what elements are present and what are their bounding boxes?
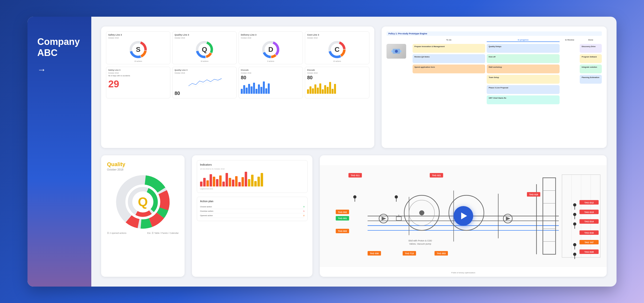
kanban-card: Policy 1: Pre-study Prototype Engine To … — [382, 26, 607, 148]
donut-q-letter: Q — [202, 46, 207, 54]
action-closed: Closed action 3 — [200, 204, 304, 209]
dashboard-card: Safety Line 3 October 2018 S — [101, 26, 374, 148]
kanban-ip-2: Kick off — [487, 54, 560, 63]
kanban-policy-col — [386, 44, 411, 59]
svg-text:TAG Y47: TAG Y47 — [584, 241, 594, 244]
kanban-todo-1: Prepare Innovation & Management — [412, 44, 486, 53]
kanban-image-engine — [386, 44, 406, 59]
chart-safety-desc: Nb of days with no accidents — [108, 75, 168, 76]
play-icon — [461, 212, 467, 219]
main-content: Safety Line 3 October 2018 S — [91, 17, 616, 286]
kanban-col-todo: To do — [412, 39, 486, 42]
charts-row: Safety Line 3 October 2018 Nb of days wi… — [106, 67, 369, 98]
svg-point-104 — [573, 213, 576, 216]
metric-d-sublabel: October 2018 — [241, 37, 251, 39]
kanban-todo-col: Prepare Innovation & Management Review Q… — [412, 44, 486, 75]
kanban-ip-4: Team Setup — [487, 75, 560, 84]
kanban-col-inprogress: In progress — [487, 39, 560, 42]
play-button[interactable] — [454, 206, 473, 226]
kanban-col-policy — [386, 39, 411, 42]
chart-kpi2-subtitle: October 2018 — [307, 72, 367, 74]
svg-text:TAG 019: TAG 019 — [530, 193, 538, 196]
main-card: Company ABC → Safety Line 3 October 2018 — [28, 17, 616, 286]
svg-text:TAG 002: TAG 002 — [338, 211, 347, 213]
indicators-title: Indicators — [200, 164, 304, 166]
chart-kpi1-value: 80 — [241, 75, 301, 80]
svg-text:TAG 011: TAG 011 — [351, 174, 360, 177]
diagram-label: Pollet of binary optimization — [451, 272, 476, 274]
top-row: Safety Line 3 October 2018 S — [101, 26, 607, 148]
kanban-col-review: In Review — [561, 39, 578, 42]
metric-c-actions: 10 actions — [333, 60, 341, 62]
kanban-done-2: Program Setback — [580, 54, 602, 63]
svg-text:TAG D16: TAG D16 — [584, 231, 594, 234]
svg-rect-22 — [392, 50, 393, 52]
indicator-bar-chart — [200, 172, 304, 186]
chart-safety: Safety Line 3 October 2018 Nb of days wi… — [106, 67, 170, 98]
kpi1-bars — [241, 82, 301, 94]
svg-text:TAG 030: TAG 030 — [370, 252, 379, 255]
action-overdue-label: Overdue action — [200, 210, 213, 212]
donut-d-letter: D — [268, 46, 273, 54]
chart-kpi2: Khenalb October 2018 80 — [305, 67, 369, 98]
svg-point-108 — [573, 243, 576, 246]
chart-kpi2-value: 80 — [307, 75, 367, 80]
chart-quality-value: 80 — [174, 90, 234, 96]
quality-donut: Q — [116, 175, 170, 229]
action-plan-title: Action plan — [200, 200, 304, 203]
chart-safety-title: Safety Line 3 — [108, 69, 168, 71]
action-closed-count: 3 — [303, 206, 304, 208]
donut-c-letter: C — [334, 46, 340, 54]
indicators-card: Indicators 16 Oct 2018 to 31 October 201… — [192, 155, 312, 277]
quality-card-subtitle: October 2018 — [107, 168, 179, 171]
svg-text:TAG D14: TAG D14 — [584, 220, 594, 223]
company-link[interactable]: → — [37, 64, 82, 75]
indicators-subtitle: 16 Oct 2018 to 31 October 2018 — [200, 168, 304, 170]
metric-c-label: Cost Line 3 — [307, 34, 319, 36]
svg-point-110 — [573, 252, 576, 256]
bottom-row: Quality October 2018 — [101, 155, 607, 277]
quality-card: Quality October 2018 — [101, 155, 184, 277]
chart-kpi2-title: Khenalb — [307, 69, 367, 71]
quality-view-options: Est. ☰ Table / Pareto / Calendar — [147, 232, 179, 234]
svg-text:TAG 003: TAG 003 — [338, 230, 347, 232]
kanban-ip-3: R&D workshop — [487, 64, 560, 73]
metric-d-label: Delivery Line 3 — [241, 34, 256, 36]
donut-d: D — [261, 40, 280, 59]
donut-c: C — [327, 40, 347, 59]
kpi2-bars — [307, 82, 367, 94]
kanban-done-3: Integrate solution — [580, 64, 602, 73]
quality-donut-letter: Q — [138, 194, 148, 209]
action-closed-label: Closed action — [200, 206, 212, 208]
kanban-done-4: Planning Estimation — [580, 75, 602, 84]
quality-footer: ☰ 2 opened actions Est. ☰ Table / Pareto… — [107, 232, 179, 234]
svg-point-21 — [395, 50, 398, 53]
svg-text:TAG 021: TAG 021 — [432, 174, 441, 177]
svg-rect-23 — [400, 50, 401, 52]
chart-quality-subtitle: October 2018 — [174, 72, 234, 74]
kanban-done-1: Discovery Drive — [580, 44, 602, 53]
metric-q: Quality Line 3 October 2018 Q — [172, 32, 236, 64]
svg-point-47 — [420, 210, 424, 216]
metric-c-sublabel: October 2018 — [307, 37, 317, 39]
metric-c: Cost Line 3 October 2018 C — [305, 32, 369, 64]
metric-s-sublabel: October 2018 — [108, 37, 118, 39]
kanban-todo-3: Spend application form — [412, 64, 486, 73]
kanban-ip-6: ORT Chief Starts Re — [487, 96, 560, 104]
indicators-section: Indicators 16 Oct 2018 to 31 October 201… — [197, 160, 308, 193]
donut-s-letter: S — [136, 46, 141, 54]
action-plan-section: Action plan Closed action 3 Overdue acti… — [197, 197, 308, 221]
kanban-ip-1: Quality Delays — [487, 44, 560, 53]
company-name: Company ABC — [37, 36, 82, 59]
metric-s: Safety Line 3 October 2018 S — [106, 32, 170, 64]
kanban-inprogress-col: Quality Delays Kick off R&D workshop Tea… — [487, 44, 560, 106]
indicator-legend: Legend text area — [200, 188, 304, 190]
svg-point-106 — [573, 222, 576, 226]
metric-d: Delivery Line 3 October 2018 D — [238, 32, 303, 64]
kanban-done-col: Discovery Drive Program Setback Integrat… — [580, 44, 602, 85]
action-overdue-count: 1 — [303, 210, 304, 212]
svg-text:TAG 053: TAG 053 — [437, 252, 446, 255]
donut-s: S — [128, 40, 148, 59]
metric-q-sublabel: October 2018 — [174, 37, 185, 39]
svg-text:TAG G13: TAG G13 — [584, 211, 594, 213]
